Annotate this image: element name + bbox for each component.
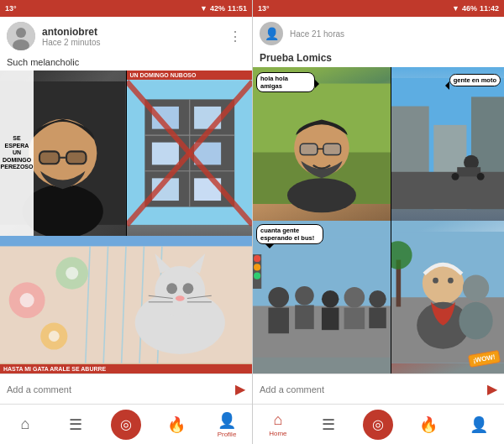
left-top-right-banner: UN DOMINGO NUBOSO bbox=[127, 71, 253, 80]
left-comic-area: SE ESPERA UN DOMINGO PEREZOSO bbox=[0, 71, 252, 373]
svg-point-30 bbox=[49, 331, 60, 342]
right-post-meta: Hace 21 horas bbox=[283, 29, 497, 39]
right-nav-profile[interactable]: 👤 bbox=[454, 405, 504, 444]
left-post-caption: Such melancholic bbox=[0, 55, 252, 71]
right-comic-grid: hola hola amigas bbox=[253, 67, 504, 373]
left-time: 11:51 bbox=[228, 4, 247, 13]
right-send-icon[interactable]: ▶ bbox=[487, 381, 497, 397]
right-comic-area: hola hola amigas bbox=[253, 67, 504, 373]
right-comic-bottom-row: cuanta gente esperando el bus! bbox=[253, 221, 504, 374]
right-nav-home[interactable]: ⌂ Home bbox=[253, 405, 303, 444]
right-post-time: Hace 21 horas bbox=[290, 29, 497, 39]
svg-point-71 bbox=[322, 290, 339, 307]
left-nav-fire[interactable]: 🔥 bbox=[151, 405, 202, 444]
left-post-time: Hace 2 minutos bbox=[42, 38, 225, 47]
right-logo-icon: ◎ bbox=[372, 416, 384, 432]
right-battery: 46% bbox=[462, 4, 477, 13]
right-comic-cell-oldman: ¡WOW! bbox=[391, 221, 504, 374]
svg-point-85 bbox=[433, 277, 438, 283]
svg-rect-72 bbox=[322, 307, 339, 330]
left-profile-icon: 👤 bbox=[218, 411, 236, 430]
left-wifi-icon: ▼ bbox=[200, 4, 207, 13]
svg-point-41 bbox=[183, 283, 194, 294]
right-status-right: ▼ 46% 11:42 bbox=[452, 4, 499, 13]
svg-point-79 bbox=[254, 264, 260, 270]
left-comic-bottom: HASTA MI GATA ARALE SE ABURRE bbox=[0, 236, 252, 373]
left-status-bar: 13° ▼ 42% 11:51 bbox=[0, 0, 252, 17]
svg-point-40 bbox=[166, 283, 177, 294]
svg-rect-60 bbox=[391, 172, 504, 210]
right-phone-panel: 13° ▼ 46% 11:42 👤 Hace 21 horas Prueba L… bbox=[252, 0, 504, 444]
right-wifi-icon: ▼ bbox=[452, 4, 459, 13]
left-center-button[interactable]: ◎ bbox=[111, 410, 141, 440]
left-post-menu[interactable]: ⋮ bbox=[225, 29, 245, 44]
right-street-img bbox=[391, 67, 504, 221]
left-comment-input[interactable] bbox=[7, 384, 235, 394]
right-bottom-nav: ⌂ Home ☰ ◎ 🔥 👤 bbox=[253, 404, 504, 444]
left-bottom-banner: HASTA MI GATA ARALE SE ABURRE bbox=[0, 364, 252, 373]
svg-rect-54 bbox=[300, 144, 317, 154]
left-nav-home[interactable]: ⌂ bbox=[0, 405, 50, 444]
right-status-left: 13° bbox=[258, 4, 270, 13]
left-send-icon[interactable]: ▶ bbox=[235, 381, 245, 397]
left-profile-label: Profile bbox=[218, 431, 237, 438]
right-time: 11:42 bbox=[480, 4, 499, 13]
right-nav-center[interactable]: ◎ bbox=[354, 405, 404, 444]
right-status-bar: 13° ▼ 46% 11:42 bbox=[253, 0, 504, 17]
right-comment-input[interactable] bbox=[260, 384, 487, 394]
svg-point-88 bbox=[459, 301, 492, 339]
left-cat-img bbox=[0, 236, 252, 373]
right-post-header: 👤 Hace 21 horas bbox=[253, 17, 504, 50]
right-avatar: 👤 bbox=[260, 22, 283, 45]
right-home-icon: ⌂ bbox=[273, 411, 282, 429]
left-phone-panel: 13° ▼ 42% 11:51 antoniobret Hace 2 minut… bbox=[0, 0, 252, 444]
left-battery: 42% bbox=[210, 4, 225, 13]
svg-point-67 bbox=[268, 286, 289, 307]
left-top-left-banner: SE ESPERA UN DOMINGO PEREZOSO bbox=[0, 71, 34, 236]
left-fire-icon: 🔥 bbox=[167, 415, 186, 434]
right-post-title: Prueba Lomics bbox=[253, 50, 504, 67]
left-home-icon: ⌂ bbox=[21, 415, 30, 433]
left-nav-profile[interactable]: 👤 Profile bbox=[202, 405, 252, 444]
right-nav-fire[interactable]: 🔥 bbox=[403, 405, 454, 444]
right-comment-bar: ▶ bbox=[253, 373, 504, 404]
left-avatar bbox=[7, 22, 35, 50]
svg-point-26 bbox=[20, 293, 34, 307]
svg-point-64 bbox=[477, 173, 485, 180]
left-nav-center[interactable]: ◎ bbox=[101, 405, 151, 444]
svg-point-49 bbox=[287, 178, 356, 212]
right-bubble-top-right: gente en moto bbox=[449, 74, 501, 86]
left-comic-grid: SE ESPERA UN DOMINGO PEREZOSO bbox=[0, 71, 252, 373]
left-window-img bbox=[127, 71, 253, 236]
svg-point-73 bbox=[344, 286, 365, 307]
svg-rect-74 bbox=[344, 307, 365, 329]
right-bubble-top-left: hola hola amigas bbox=[256, 72, 315, 92]
svg-rect-18 bbox=[151, 143, 178, 165]
right-bubble-mid-left: cuanta gente esperando el bus! bbox=[256, 224, 323, 244]
left-comic-top: SE ESPERA UN DOMINGO PEREZOSO bbox=[0, 71, 252, 236]
svg-point-4 bbox=[23, 185, 103, 236]
svg-rect-70 bbox=[295, 305, 314, 329]
left-list-icon: ☰ bbox=[69, 415, 82, 434]
svg-point-1 bbox=[16, 28, 26, 38]
left-nav-list[interactable]: ☰ bbox=[50, 405, 101, 444]
svg-point-87 bbox=[463, 274, 489, 300]
right-nav-list[interactable]: ☰ bbox=[303, 405, 354, 444]
left-status-left: 13° bbox=[5, 4, 17, 13]
right-oldman-img bbox=[391, 221, 504, 374]
svg-rect-62 bbox=[457, 167, 480, 176]
left-comment-bar: ▶ bbox=[0, 373, 252, 404]
svg-point-78 bbox=[254, 255, 260, 262]
right-list-icon: ☰ bbox=[322, 415, 335, 434]
left-logo-icon: ◎ bbox=[120, 416, 132, 432]
left-bottom-nav: ⌂ ☰ ◎ 🔥 👤 Profile bbox=[0, 404, 252, 444]
svg-rect-76 bbox=[369, 307, 386, 328]
left-post-meta: antoniobret Hace 2 minutos bbox=[35, 26, 225, 47]
right-center-button[interactable]: ◎ bbox=[363, 410, 393, 440]
right-comic-cell-man: hola hola amigas bbox=[253, 67, 391, 221]
right-temp: 13° bbox=[258, 4, 270, 13]
left-temp: 13° bbox=[5, 4, 17, 13]
left-status-right: ▼ 42% 11:51 bbox=[200, 4, 247, 13]
right-comic-top-row: hola hola amigas bbox=[253, 67, 504, 221]
right-fire-icon: 🔥 bbox=[419, 415, 438, 434]
